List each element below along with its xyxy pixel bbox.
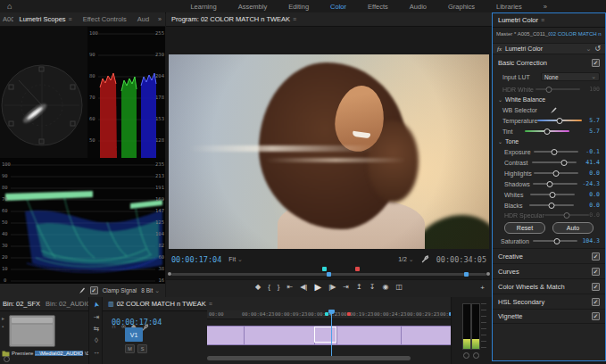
chevron-down-icon[interactable]: ⌄ xyxy=(585,46,591,53)
workspace-assembly[interactable]: Assembly xyxy=(228,3,278,11)
tab-overflow-icon[interactable]: » xyxy=(154,16,165,22)
extract-button[interactable]: ↧ xyxy=(369,283,376,292)
exposure-value[interactable]: -0.1 xyxy=(581,148,600,155)
tint-value[interactable]: 5.7 xyxy=(581,128,600,135)
ripple-edit-tool[interactable]: ⇆ xyxy=(89,325,104,333)
timeline-playhead-cap[interactable] xyxy=(328,310,335,314)
mark-out-button[interactable]: } xyxy=(278,283,280,292)
slider-knob[interactable] xyxy=(554,238,560,244)
scopes-eyedropper-icon[interactable] xyxy=(79,286,86,294)
tint-slider[interactable] xyxy=(525,130,569,132)
saturation-slider[interactable] xyxy=(533,240,577,242)
section-curves[interactable]: Curves✓ xyxy=(493,263,605,278)
slider-knob[interactable] xyxy=(549,192,555,198)
hdr-specular-value[interactable]: 0.0 xyxy=(589,211,600,219)
marker-cyan[interactable] xyxy=(322,267,327,271)
saturation-value[interactable]: 104.3 xyxy=(581,237,600,244)
tab-source-clip[interactable]: A005_C011_021450.mov xyxy=(0,15,13,23)
selection-tool[interactable]: ➤ xyxy=(91,297,103,313)
slider-knob[interactable] xyxy=(545,87,552,93)
razor-tool[interactable]: ◊ xyxy=(89,336,104,344)
zoom-level-dropdown[interactable]: Fit ⌄ xyxy=(228,256,243,263)
button-editor-plus[interactable]: + xyxy=(480,284,485,293)
scrubber-handle-right[interactable] xyxy=(486,272,490,276)
slider-knob[interactable] xyxy=(553,170,560,177)
shadows-slider[interactable] xyxy=(533,183,577,185)
workspace-libraries[interactable]: Libraries xyxy=(486,3,533,11)
basic-correction-header[interactable]: Basic Correction ✓ xyxy=(493,59,605,67)
selected-clip[interactable] xyxy=(314,327,336,343)
highlights-value[interactable]: 0.0 xyxy=(581,170,600,177)
panel-menu-icon[interactable]: ≡ xyxy=(293,16,296,22)
panel-menu-icon[interactable]: ≡ xyxy=(69,16,72,22)
whites-slider[interactable] xyxy=(530,194,575,195)
timeline-scrollbar[interactable] xyxy=(207,356,411,360)
playback-resolution-dropdown[interactable]: 1/2 ⌄ xyxy=(398,256,414,263)
basic-correction-checkbox[interactable]: ✓ xyxy=(592,59,600,67)
bit-depth-dropdown[interactable]: 8 Bit ⌄ xyxy=(141,287,160,294)
hsl-secondary-checkbox[interactable]: ✓ xyxy=(592,298,600,306)
bin-thumb-view-icon[interactable]: ▪ xyxy=(2,324,4,329)
wb-eyedropper-icon[interactable] xyxy=(550,106,558,114)
slider-knob[interactable] xyxy=(560,160,567,166)
workspace-audio[interactable]: Audio xyxy=(399,3,437,11)
export-frame-button[interactable]: ◉ xyxy=(382,283,388,292)
workspace-color[interactable]: Color xyxy=(320,3,357,11)
workspace-editing[interactable]: Editing xyxy=(278,3,320,11)
step-back-button[interactable]: ◀| xyxy=(300,283,307,292)
add-marker-button[interactable]: ◆ xyxy=(255,283,261,292)
section-color-wheels[interactable]: Color Wheels & Match✓ xyxy=(493,278,605,294)
play-button[interactable]: ▶ xyxy=(314,283,321,292)
go-to-out-button[interactable]: ⇥ xyxy=(343,283,349,292)
marker-blue[interactable] xyxy=(464,272,469,277)
tab-lumetri-scopes[interactable]: Lumetri Scopes≡ xyxy=(13,15,77,23)
solo-button[interactable]: S xyxy=(137,344,147,353)
reset-button[interactable]: Reset xyxy=(504,222,545,234)
slider-knob[interactable] xyxy=(557,118,563,124)
snap-icon[interactable]: ∩ xyxy=(112,323,116,332)
tab-effect-controls[interactable]: Effect Controls xyxy=(78,15,132,23)
reset-effect-icon[interactable]: ↺ xyxy=(594,45,601,53)
bin-footer-icon[interactable] xyxy=(4,356,10,362)
program-scrubber[interactable] xyxy=(166,266,492,278)
panel-menu-icon[interactable]: ≡ xyxy=(209,301,212,307)
workspace-effects[interactable]: Effects xyxy=(357,3,399,11)
workspace-learning[interactable]: Learning xyxy=(179,3,227,11)
temperature-slider[interactable] xyxy=(537,120,582,121)
contrast-value[interactable]: 41.4 xyxy=(581,159,600,166)
tone-header[interactable]: ⌄ Tone xyxy=(493,138,605,145)
tab-bin-audio[interactable]: Bin: 02_AUDIO xyxy=(43,300,88,308)
sequence-clip-label[interactable]: 02 COLOR MATCH n T... xyxy=(550,31,602,37)
whites-value[interactable]: 0.0 xyxy=(581,191,600,198)
step-forward-button[interactable]: |▶ xyxy=(328,283,336,292)
settings-wrench-icon[interactable] xyxy=(421,255,429,263)
slip-tool[interactable]: ↔ xyxy=(89,348,104,356)
scrubber-handle-left[interactable] xyxy=(168,272,171,276)
mark-in-button[interactable]: { xyxy=(268,283,270,292)
section-creative[interactable]: Creative✓ xyxy=(493,248,605,263)
color-wheels-checkbox[interactable]: ✓ xyxy=(592,283,600,291)
input-lut-dropdown[interactable]: None ⌄ xyxy=(541,72,600,81)
slider-knob[interactable] xyxy=(547,181,553,187)
workspace-graphics[interactable]: Graphics xyxy=(437,3,486,11)
white-balance-header[interactable]: ⌄ White Balance xyxy=(493,96,605,103)
slider-knob[interactable] xyxy=(563,212,569,219)
marker-red[interactable] xyxy=(355,267,360,271)
meter-button[interactable] xyxy=(463,352,469,359)
scrubber-playhead[interactable] xyxy=(327,272,331,277)
curves-checkbox[interactable]: ✓ xyxy=(592,268,600,276)
go-to-in-button[interactable]: ⇤ xyxy=(286,283,293,292)
meter-button[interactable] xyxy=(473,352,479,359)
tab-audio-clipped[interactable]: Aud xyxy=(132,15,154,23)
hdr-white-value[interactable]: 100 xyxy=(581,86,600,93)
tab-bin-sfx[interactable]: Bin: 02_SFX xyxy=(0,300,43,308)
temperature-value[interactable]: 5.7 xyxy=(582,117,600,124)
contrast-slider[interactable] xyxy=(532,161,577,163)
creative-checkbox[interactable]: ✓ xyxy=(592,252,600,261)
bin-path-highlighted[interactable]: ...\Media\02_AUDIO xyxy=(35,351,83,356)
hdr-white-slider[interactable] xyxy=(535,88,580,90)
bin-item-thumbnail[interactable] xyxy=(9,315,55,347)
slider-knob[interactable] xyxy=(549,203,555,209)
track-select-tool[interactable]: ⇥ xyxy=(89,313,104,321)
bin-view-toggle-icon[interactable]: ▸ xyxy=(2,315,4,321)
